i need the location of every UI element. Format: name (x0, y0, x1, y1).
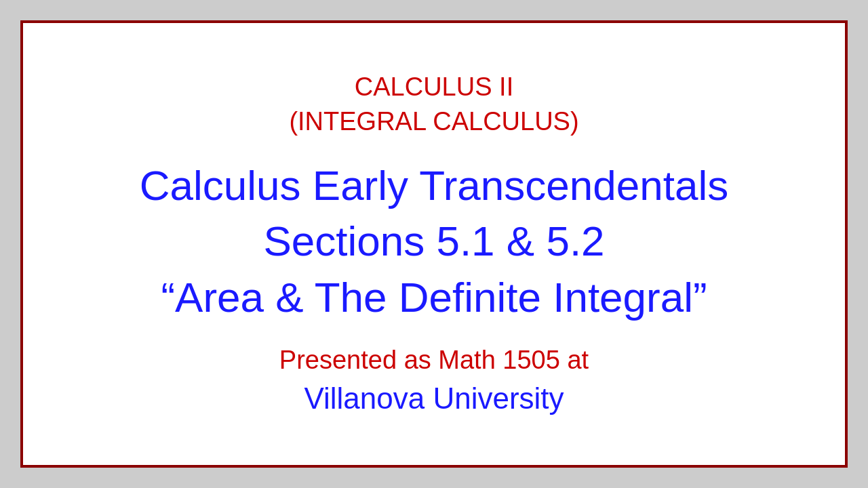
slide-sub-line1: Presented as Math 1505 at (279, 344, 589, 377)
slide-title-line1: CALCULUS II (355, 70, 513, 104)
slide-sub-line2: Villanova University (304, 379, 564, 418)
slide: CALCULUS II (INTEGRAL CALCULUS) Calculus… (20, 20, 848, 468)
slide-title-line2: (INTEGRAL CALCULUS) (289, 105, 578, 138)
slide-main-line1: Calculus Early Transcendentals (140, 159, 728, 212)
slide-main-line2: Sections 5.1 & 5.2 (263, 215, 604, 268)
slide-main-line3: “Area & The Definite Integral” (161, 271, 707, 324)
